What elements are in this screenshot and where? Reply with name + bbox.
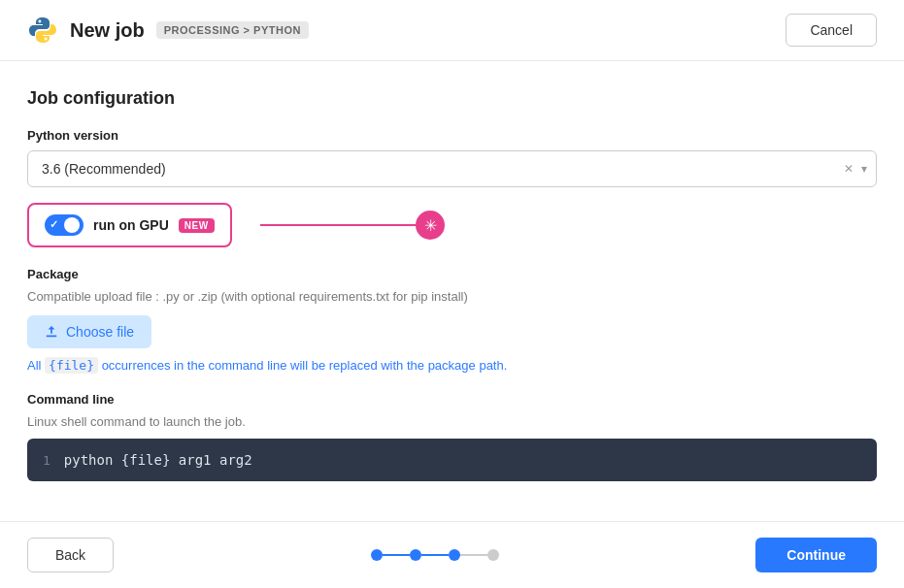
header-left: New job PROCESSING > PYTHON: [27, 15, 309, 46]
annotation-asterisk-icon: ✳: [416, 211, 445, 240]
page-title: New job: [70, 19, 145, 42]
upload-icon: [45, 325, 58, 339]
new-badge: NEW: [179, 218, 215, 233]
toggle-track: ✓: [45, 214, 84, 236]
section-title: Job configuration: [27, 88, 877, 109]
toggle-thumb: [64, 217, 80, 233]
breadcrumb: PROCESSING > PYTHON: [156, 21, 309, 39]
python-version-wrapper: 3.6 (Recommended) 3.7 3.8 2.7 ✕ ▾: [27, 150, 877, 187]
command-block: 1 python {file} arg1 arg2: [27, 439, 877, 481]
choose-file-button[interactable]: Choose file: [27, 315, 151, 348]
annotation-line: [260, 224, 416, 226]
command-line-description: Linux shell command to launch the job.: [27, 414, 877, 429]
annotation-indicator: ✳: [260, 211, 445, 240]
continue-button[interactable]: Continue: [755, 538, 877, 572]
command-line-label: Command line: [27, 392, 877, 407]
package-label: Package: [27, 267, 877, 281]
choose-file-label: Choose file: [66, 324, 134, 340]
gpu-toggle-row: ✓ run on GPU NEW: [27, 203, 232, 247]
step-1-dot: [371, 549, 383, 561]
step-2-dot: [410, 549, 421, 561]
main-content: Job configuration Python version 3.6 (Re…: [0, 61, 904, 521]
package-description: Compatible upload file : .py or .zip (wi…: [27, 289, 877, 304]
python-logo-icon: [27, 15, 58, 46]
python-version-select[interactable]: 3.6 (Recommended) 3.7 3.8 2.7: [27, 150, 877, 187]
file-hint: All {file} occurrences in the command li…: [27, 358, 877, 373]
footer: Back Continue: [0, 522, 904, 588]
step-3-dot: [449, 549, 460, 561]
file-hint-suffix: occurrences in the command line will be …: [98, 358, 507, 373]
gpu-row-wrapper: ✓ run on GPU NEW ✳: [27, 203, 877, 247]
header: New job PROCESSING > PYTHON Cancel: [0, 0, 904, 61]
gpu-toggle[interactable]: ✓: [45, 214, 84, 236]
back-button[interactable]: Back: [27, 538, 114, 572]
gpu-label: run on GPU: [93, 217, 169, 233]
step-line-3: [460, 554, 487, 556]
step-line-1: [383, 554, 410, 556]
cancel-button[interactable]: Cancel: [786, 14, 877, 47]
line-number: 1: [43, 453, 50, 468]
step-line-2: [421, 554, 449, 556]
python-version-label: Python version: [27, 128, 877, 143]
command-text: python {file} arg1 arg2: [64, 452, 252, 468]
stepper: [371, 549, 499, 561]
step-4-dot: [487, 549, 499, 561]
file-hint-code: {file}: [45, 357, 98, 374]
file-hint-prefix: All: [27, 358, 45, 373]
toggle-check-icon: ✓: [50, 218, 58, 231]
